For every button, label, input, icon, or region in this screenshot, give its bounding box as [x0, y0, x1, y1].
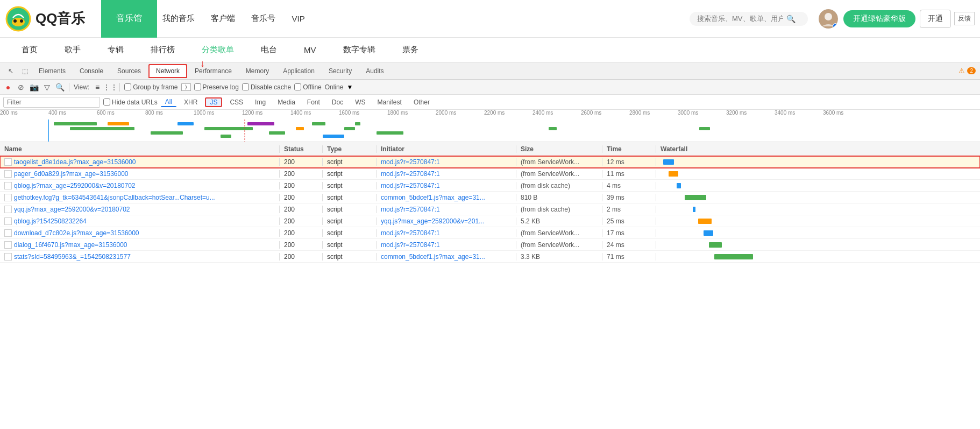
subnav-home[interactable]: 首页	[22, 45, 38, 55]
filter-font[interactable]: Font	[303, 98, 324, 107]
filter-ws[interactable]: WS	[351, 98, 370, 107]
search-icon-toolbar[interactable]: 🔍	[55, 82, 65, 92]
tab-elements[interactable]: Elements	[32, 65, 72, 77]
open-button[interactable]: 开通	[920, 10, 951, 28]
filter-all[interactable]: All	[161, 97, 176, 107]
svg-rect-17	[296, 127, 304, 130]
row-6-initiator[interactable]: mod.js?r=2570847:1	[377, 229, 516, 237]
table-row[interactable]: yqq.js?max_age=2592000&v=20180702 200 sc…	[0, 203, 980, 215]
filter-xhr[interactable]: XHR	[180, 98, 202, 107]
col-header-name[interactable]: Name	[0, 145, 280, 153]
table-row[interactable]: dialog_16f4670.js?max_age=31536000 200 s…	[0, 239, 980, 251]
devtools: ↓ ↖ ⬚ Elements Console Sources Network P…	[0, 62, 980, 263]
timeline-mark-9: 2000 ms	[436, 110, 456, 116]
subnav-chart[interactable]: 排行榜	[151, 45, 175, 55]
tab-audits[interactable]: Audits	[359, 65, 390, 77]
table-row[interactable]: download_d7c802e.js?max_age=31536000 200…	[0, 227, 980, 239]
row-0-initiator[interactable]: mod.js?r=2570847:1	[377, 158, 516, 166]
list-view-icon[interactable]: ≡	[93, 82, 102, 92]
filter-media[interactable]: Media	[273, 98, 300, 107]
hide-data-urls-checkbox[interactable]: Hide data URLs	[103, 99, 158, 106]
filter-doc[interactable]: Doc	[328, 98, 347, 107]
online-chevron[interactable]: ▼	[346, 83, 353, 91]
svg-rect-12	[177, 122, 194, 125]
row-2-initiator[interactable]: mod.js?r=2570847:1	[377, 182, 516, 189]
stop-recording-button[interactable]: ⊘	[16, 82, 26, 92]
table-row[interactable]: qblog.js?1542508232264 200 script yqq.js…	[0, 215, 980, 227]
row-7-initiator[interactable]: mod.js?r=2570847:1	[377, 241, 516, 249]
file-icon	[4, 158, 12, 166]
tab-console[interactable]: Console	[73, 65, 110, 77]
row-4-size: (from disk cache)	[516, 206, 602, 213]
nav-my-music[interactable]: 我的音乐	[162, 13, 195, 24]
row-1-initiator[interactable]: mod.js?r=2570847:1	[377, 170, 516, 178]
filter-icon[interactable]: ▽	[42, 82, 52, 92]
table-row[interactable]: gethotkey.fcg?g_tk=634543641&jsonpCallba…	[0, 192, 980, 203]
inspect-icon[interactable]: ⬚	[18, 65, 31, 78]
tab-network[interactable]: Network	[148, 64, 187, 78]
tab-security[interactable]: Security	[322, 65, 358, 77]
search-input[interactable]	[697, 15, 783, 23]
nav-client[interactable]: 客户端	[211, 13, 235, 24]
table-row[interactable]: qblog.js?max_age=2592000&v=20180702 200 …	[0, 180, 980, 192]
subnav-radio[interactable]: 电台	[261, 45, 277, 55]
file-icon	[4, 217, 12, 225]
nav-music-hall[interactable]: 音乐馆	[101, 0, 157, 38]
row-7-name: dialog_16f4670.js?max_age=31536000	[0, 241, 280, 249]
table-row[interactable]: pager_6d0a829.js?max_age=31536000 200 sc…	[0, 168, 980, 180]
nav-vip[interactable]: VIP	[292, 14, 304, 23]
nav-music-id[interactable]: 音乐号	[251, 13, 275, 24]
subnav-ticketing[interactable]: 票务	[402, 45, 418, 55]
timeline-mark-12: 2600 ms	[581, 110, 601, 116]
row-0-status: 200	[280, 158, 323, 166]
filter-manifest[interactable]: Manifest	[373, 98, 406, 107]
col-header-size[interactable]: Size	[516, 145, 602, 153]
tab-application[interactable]: Application	[276, 65, 321, 77]
unknown-icon[interactable]: ⟩	[181, 83, 191, 91]
cursor-icon[interactable]: ↖	[4, 65, 17, 78]
vip-button[interactable]: 开通绿钻豪华版	[843, 10, 915, 27]
camera-icon[interactable]: 📷	[29, 82, 39, 92]
row-2-name: qblog.js?max_age=2592000&v=20180702	[0, 182, 280, 189]
avatar[interactable]	[819, 9, 838, 29]
col-header-waterfall[interactable]: Waterfall	[656, 145, 980, 153]
subnav-mv[interactable]: MV	[304, 45, 316, 54]
subnav-singer[interactable]: 歌手	[65, 45, 81, 55]
waterfall-bar-5	[698, 219, 712, 224]
svg-rect-18	[312, 122, 325, 125]
search-icon[interactable]: 🔍	[786, 15, 796, 23]
subnav-playlist[interactable]: 分类歌单	[202, 45, 234, 55]
offline-checkbox[interactable]: Offline	[294, 83, 321, 91]
row-4-initiator[interactable]: mod.js?r=2570847:1	[377, 206, 516, 213]
svg-point-6	[825, 13, 832, 20]
grid-view-icon[interactable]: ⋮⋮	[105, 82, 115, 92]
disable-cache-checkbox[interactable]: Disable cache	[242, 83, 291, 91]
timeline-mark-4: 1000 ms	[194, 110, 214, 116]
subnav-digital-album[interactable]: 数字专辑	[343, 45, 375, 55]
tab-memory[interactable]: Memory	[239, 65, 275, 77]
tab-sources[interactable]: Sources	[111, 65, 147, 77]
filter-css[interactable]: CSS	[225, 98, 247, 107]
row-3-initiator[interactable]: common_5bdcef1.js?max_age=31...	[377, 194, 516, 201]
row-8-type: script	[323, 253, 377, 261]
col-header-time[interactable]: Time	[602, 145, 656, 153]
subnav-album[interactable]: 专辑	[108, 45, 124, 55]
tab-performance[interactable]: Performance	[188, 65, 238, 77]
col-header-type[interactable]: Type	[323, 145, 377, 153]
row-8-initiator[interactable]: common_5bdcef1.js?max_age=31...	[377, 253, 516, 261]
filter-input[interactable]	[3, 97, 100, 108]
col-header-initiator[interactable]: Initiator	[377, 145, 516, 153]
preserve-log-checkbox[interactable]: Preserve log	[194, 83, 239, 91]
file-icon	[4, 229, 12, 237]
col-header-status[interactable]: Status	[280, 145, 323, 153]
record-button[interactable]: ●	[3, 82, 13, 92]
row-5-initiator[interactable]: yqq.js?max_age=2592000&v=201...	[377, 217, 516, 225]
filter-other[interactable]: Other	[409, 98, 434, 107]
group-by-frame-checkbox[interactable]: Group by frame	[124, 83, 177, 91]
table-row[interactable]: stats?sId=58495963&_=1542508231577 200 s…	[0, 251, 980, 263]
filter-js[interactable]: JS	[205, 97, 222, 107]
online-selector[interactable]: Online	[325, 83, 344, 91]
filter-img[interactable]: Img	[251, 98, 270, 107]
feedback-icon[interactable]: 反馈	[954, 12, 975, 25]
table-row[interactable]: taogelist_d8e1dea.js?max_age=31536000 20…	[0, 156, 980, 168]
